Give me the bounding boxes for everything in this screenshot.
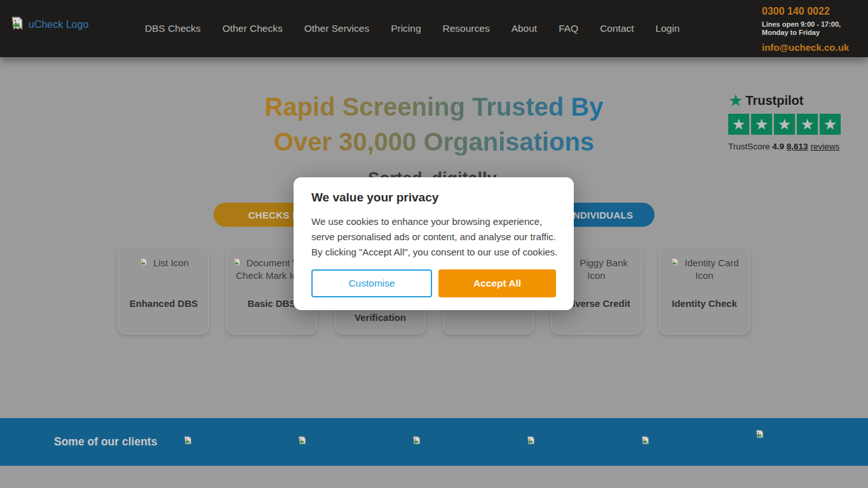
card-label: Identity Check	[661, 297, 747, 311]
trustpilot-star-icon: ★	[797, 114, 818, 135]
trustpilot-star-icon: ★	[820, 114, 841, 135]
nav-item[interactable]: Other Services	[304, 23, 370, 34]
broken-image-icon	[411, 435, 422, 446]
broken-image-icon	[139, 257, 149, 268]
accept-all-button[interactable]: Accept All	[438, 269, 556, 297]
client-logo-broken-image	[182, 435, 193, 449]
client-logo-broken-image	[297, 435, 308, 449]
nav-item[interactable]: Pricing	[391, 23, 421, 34]
nav-item[interactable]: FAQ	[559, 23, 578, 34]
header-contact: 0300 140 0022 Lines open 9:00 - 17:00, M…	[762, 6, 849, 53]
broken-image-icon	[526, 435, 536, 446]
reviews-count-link: 8,613	[787, 142, 808, 151]
trustpilot-logo-star-icon: ★	[728, 93, 743, 108]
hero-heading-line2: Over 30,000 Organisations	[264, 125, 603, 159]
trustpilot-score-line[interactable]: TrustScore 4.9 8,613 reviews	[728, 142, 846, 151]
page: uCheck Logo DBS ChecksOther ChecksOther …	[0, 0, 868, 488]
nav-item[interactable]: About	[512, 23, 538, 34]
client-logo-broken-image	[411, 435, 422, 449]
trustpilot-star-icon: ★	[774, 114, 795, 135]
broken-image-icon	[9, 15, 25, 32]
header: uCheck Logo DBS ChecksOther ChecksOther …	[0, 0, 868, 57]
trustpilot-logo-text: Trustpilot	[745, 93, 803, 108]
clients-bar: Some of our clients	[0, 418, 868, 466]
cookie-modal-title: We value your privacy	[311, 191, 438, 205]
clients-title: Some of our clients	[54, 418, 157, 466]
broken-image-icon	[297, 435, 308, 446]
phone-link[interactable]: 0300 140 0022	[762, 6, 849, 17]
client-logo-broken-image	[640, 435, 651, 449]
cookie-modal-body: We use cookies to enhance your browsing …	[311, 214, 560, 260]
nav-item[interactable]: Resources	[443, 23, 490, 34]
card-label: Enhanced DBS	[121, 297, 207, 311]
main-nav: DBS ChecksOther ChecksOther ServicesPric…	[145, 0, 680, 57]
logo-link[interactable]: uCheck Logo	[9, 15, 88, 34]
trustpilot-rating-stars: ★★★★★	[728, 114, 846, 135]
trustpilot-logo: ★ Trustpilot	[728, 93, 846, 108]
reviews-label-link: reviews	[810, 142, 839, 151]
nav-item[interactable]: Login	[656, 23, 680, 34]
hero-heading: Rapid Screening Trusted By Over 30,000 O…	[264, 90, 603, 159]
cookie-consent-modal: We value your privacy We use cookies to …	[294, 177, 574, 310]
trustpilot-star-icon: ★	[751, 114, 772, 135]
client-logo-broken-image	[526, 435, 536, 449]
trustpilot-widget[interactable]: ★ Trustpilot ★★★★★ TrustScore 4.9 8,613 …	[728, 93, 846, 151]
broken-image-icon	[640, 435, 651, 446]
opening-hours: Lines open 9:00 - 17:00, Monday to Frida…	[762, 20, 849, 37]
hero-heading-line1: Rapid Screening Trusted By	[264, 90, 603, 125]
broken-image-icon	[182, 435, 193, 446]
customise-button[interactable]: Customise	[311, 269, 432, 297]
logo-alt-text: uCheck Logo	[29, 19, 88, 30]
trustpilot-star-icon: ★	[728, 114, 749, 135]
logo-broken-image	[9, 15, 25, 34]
email-link[interactable]: info@ucheck.co.uk	[762, 42, 849, 53]
nav-item[interactable]: DBS Checks	[145, 23, 201, 34]
service-card[interactable]: List Icon Enhanced DBS	[118, 247, 209, 334]
broken-image-icon	[670, 257, 680, 268]
broken-image-icon	[232, 257, 242, 268]
card-broken-image-alt: List Icon	[123, 257, 204, 269]
broken-image-icon	[754, 429, 765, 440]
nav-item[interactable]: Contact	[600, 23, 634, 34]
client-logo-broken-image	[754, 429, 765, 442]
card-broken-image-alt: Identity Card Icon	[664, 257, 745, 282]
nav-item[interactable]: Other Checks	[222, 23, 283, 34]
service-card[interactable]: Identity Card Icon Identity Check	[659, 247, 750, 334]
